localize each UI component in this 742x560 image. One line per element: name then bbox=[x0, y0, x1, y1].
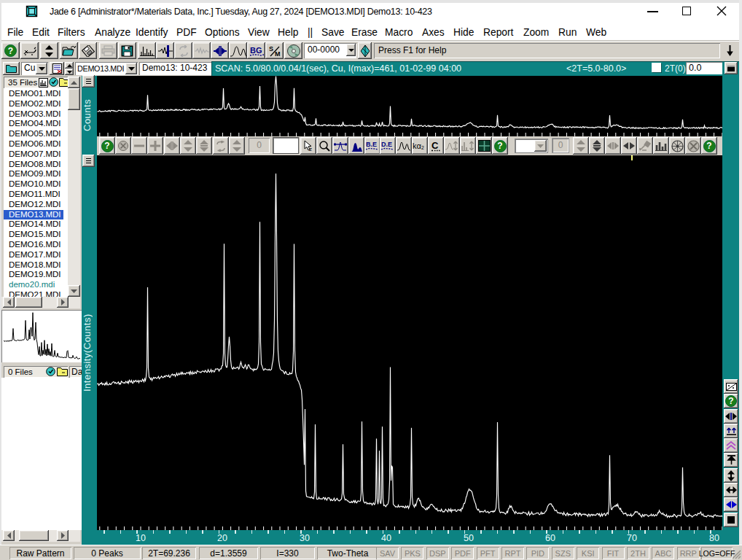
svg-text:S: S bbox=[269, 45, 273, 52]
svg-text:BG: BG bbox=[250, 46, 262, 55]
svg-text:z: z bbox=[309, 146, 312, 152]
svg-text:C: C bbox=[431, 140, 439, 151]
svg-text:D.E: D.E bbox=[381, 141, 392, 148]
svg-text:B.E: B.E bbox=[366, 141, 377, 148]
svg-text:kα₂: kα₂ bbox=[413, 141, 424, 150]
svg-text:M: M bbox=[275, 50, 281, 57]
